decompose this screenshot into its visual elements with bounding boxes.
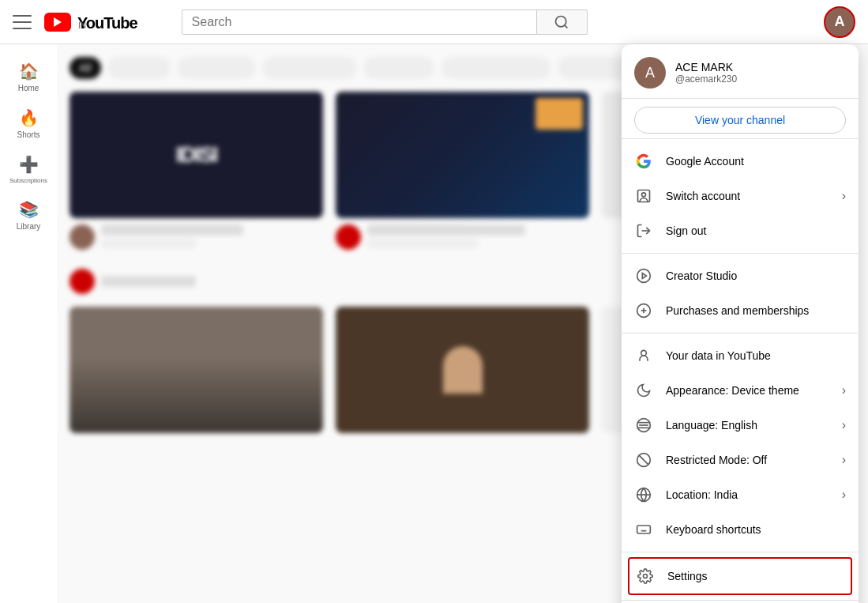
- profile-avatar: A: [634, 57, 666, 89]
- svg-point-3: [642, 193, 646, 197]
- menu-item-switch-account[interactable]: Switch account ›: [622, 179, 859, 213]
- language-arrow: ›: [842, 418, 846, 432]
- divider-4: [622, 552, 859, 552]
- svg-point-5: [637, 269, 651, 283]
- divider-1: [622, 138, 859, 139]
- divider-2: [622, 253, 859, 254]
- language-label: Language: English: [666, 419, 829, 432]
- menu-item-sign-out[interactable]: Sign out: [622, 213, 859, 248]
- settings-label: Settings: [667, 570, 844, 582]
- sign-out-label: Sign out: [666, 224, 846, 237]
- creator-studio-icon: [634, 266, 653, 285]
- creator-studio-label: Creator Studio: [666, 269, 846, 282]
- profile-email: @acemark230: [675, 73, 737, 85]
- appearance-arrow: ›: [842, 383, 846, 398]
- location-label: Location: India: [666, 488, 829, 501]
- appearance-label: Appearance: Device theme: [666, 384, 829, 397]
- settings-icon: [636, 567, 655, 586]
- divider-3: [622, 333, 859, 334]
- switch-account-icon: [634, 187, 653, 205]
- svg-line-15: [639, 455, 648, 465]
- restricted-icon: [634, 450, 653, 469]
- menu-item-restricted[interactable]: Restricted Mode: Off ›: [622, 443, 859, 477]
- purchases-label: Purchases and memberships: [666, 304, 846, 317]
- language-icon: [634, 416, 653, 435]
- keyboard-icon: [634, 520, 653, 539]
- menu-item-creator-studio[interactable]: Creator Studio: [622, 258, 859, 293]
- view-channel-button[interactable]: View your channel: [634, 107, 846, 134]
- your-data-label: Your data in YouTube: [666, 349, 846, 362]
- dropdown-menu: A ACE MARK @acemark230 View your channel…: [622, 44, 859, 603]
- sign-out-icon: [634, 221, 653, 240]
- menu-item-location[interactable]: Location: India ›: [622, 477, 859, 512]
- switch-account-label: Switch account: [666, 190, 829, 202]
- appearance-icon: [634, 381, 653, 400]
- svg-rect-18: [637, 526, 651, 533]
- menu-item-purchases[interactable]: Purchases and memberships: [622, 293, 859, 328]
- location-arrow: ›: [842, 488, 846, 502]
- menu-item-keyboard[interactable]: Keyboard shortcuts: [622, 512, 859, 547]
- svg-point-10: [641, 350, 647, 356]
- menu-item-language[interactable]: Language: English ›: [622, 408, 859, 443]
- svg-marker-6: [642, 273, 646, 279]
- menu-item-appearance[interactable]: Appearance: Device theme ›: [622, 373, 859, 408]
- menu-item-settings[interactable]: Settings: [628, 557, 852, 595]
- switch-account-arrow: ›: [842, 189, 846, 203]
- google-account-label: Google Account: [666, 155, 846, 168]
- keyboard-shortcuts-label: Keyboard shortcuts: [666, 523, 846, 536]
- purchases-icon: [634, 301, 653, 320]
- profile-info: ACE MARK @acemark230: [675, 61, 737, 85]
- divider-5: [622, 600, 859, 601]
- menu-item-your-data[interactable]: Your data in YouTube: [622, 338, 859, 373]
- restricted-label: Restricted Mode: Off: [666, 454, 829, 466]
- svg-point-24: [644, 575, 648, 579]
- profile-avatar-letter: A: [645, 65, 655, 81]
- google-icon: [634, 152, 653, 171]
- profile-name: ACE MARK: [675, 61, 737, 73]
- your-data-icon: [634, 346, 653, 365]
- restricted-arrow: ›: [842, 453, 846, 467]
- profile-section: A ACE MARK @acemark230: [622, 44, 859, 99]
- location-icon: [634, 485, 653, 504]
- menu-item-google-account[interactable]: Google Account: [622, 144, 859, 179]
